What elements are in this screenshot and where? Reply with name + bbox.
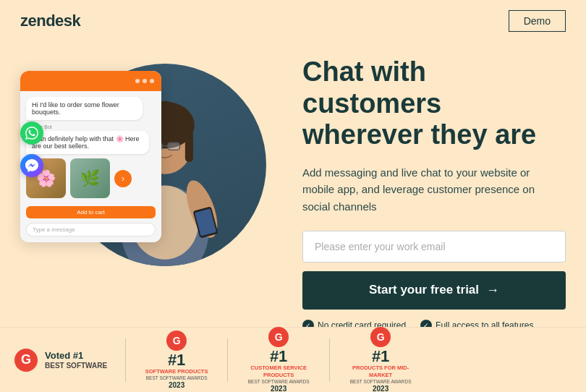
award-g-icon-2: G	[268, 327, 289, 347]
chat-header-dots	[135, 79, 154, 83]
award-sub-2: BEST SOFTWARE AWARDS	[248, 379, 310, 385]
product-image-2: 🌿	[70, 158, 110, 198]
award-number-3: #1	[372, 349, 389, 365]
hero-subtext: Add messaging and live chat to your webs…	[302, 164, 548, 215]
demo-button[interactable]: Demo	[509, 10, 566, 32]
email-input[interactable]	[302, 231, 566, 263]
user-message-bubble: Hi I'd like to order some flower bouquet…	[26, 97, 143, 120]
chat-input-placeholder: Type a message	[33, 226, 149, 233]
chat-input-row: Type a message	[26, 223, 156, 237]
product-cards: 🌸 🌿 ›	[26, 158, 156, 198]
zendesk-logo: zendesk	[20, 12, 80, 30]
voted-label: Voted #1	[45, 350, 107, 362]
cta-arrow-icon: →	[486, 283, 499, 298]
chat-card-header	[20, 71, 161, 91]
divider-2	[227, 338, 228, 382]
award-badge-3: G #1 Products for Mid-Market BEST SOFTWA…	[348, 327, 413, 392]
hero-illustration: Hi I'd like to order some flower bouquet…	[20, 49, 281, 310]
svg-rect-5	[185, 125, 193, 162]
flower-icon-2: 🌿	[80, 169, 100, 188]
award-sub-1: BEST SOFTWARE AWARDS	[146, 375, 208, 381]
add-to-cart-button[interactable]: Add to cart	[26, 206, 156, 218]
hero-headline: Chat with customers wherever they are	[302, 56, 566, 151]
award-category-1: Software Products	[145, 368, 208, 375]
award-year-1: 2023	[169, 381, 184, 389]
product-next-btn[interactable]: ›	[114, 170, 132, 187]
award-sub-3: BEST SOFTWARE AWARDS	[350, 379, 412, 385]
chat-ui-card: Hi I'd like to order some flower bouquet…	[20, 71, 161, 242]
main-content: Hi I'd like to order some flower bouquet…	[0, 42, 586, 328]
divider-3	[329, 338, 330, 382]
award-badge-2: G #1 Customer Service Products BEST SOFT…	[246, 327, 311, 392]
award-year-2: 2023	[271, 385, 286, 392]
voted-sub: BEST SOFTWARE	[45, 362, 107, 370]
svg-rect-10	[168, 142, 180, 150]
award-number-2: #1	[270, 349, 287, 365]
voted-text-block: Voted #1 BEST SOFTWARE	[45, 350, 107, 370]
dot-3	[150, 79, 154, 83]
award-badge-1: G #1 Software Products BEST SOFTWARE AWA…	[144, 331, 209, 389]
header: zendesk Demo	[0, 0, 586, 42]
award-category-3: Products for Mid-Market	[348, 365, 413, 379]
award-number-1: #1	[168, 352, 185, 368]
bottom-awards: G Voted #1 BEST SOFTWARE G #1 Software P…	[0, 327, 586, 392]
dot-1	[135, 79, 140, 83]
bot-label: Answer Bot	[26, 124, 156, 129]
voted-section: G Voted #1 BEST SOFTWARE	[14, 349, 107, 372]
award-g-icon-3: G	[370, 327, 391, 347]
messenger-icon	[20, 154, 43, 177]
whatsapp-icon	[20, 122, 43, 145]
award-category-2: Customer Service Products	[246, 365, 311, 379]
hero-content: Chat with customers wherever they are Ad…	[281, 42, 566, 347]
dot-2	[143, 79, 147, 83]
g2-logo: G	[14, 349, 38, 372]
award-g-icon-1: G	[166, 331, 187, 351]
award-year-3: 2023	[373, 385, 388, 392]
cta-button[interactable]: Start your free trial →	[302, 271, 566, 310]
cta-btn-label: Start your free trial	[369, 283, 479, 297]
bot-message-bubble: I can definitely help with that 🌸 Here a…	[26, 131, 149, 154]
divider-1	[125, 338, 126, 382]
